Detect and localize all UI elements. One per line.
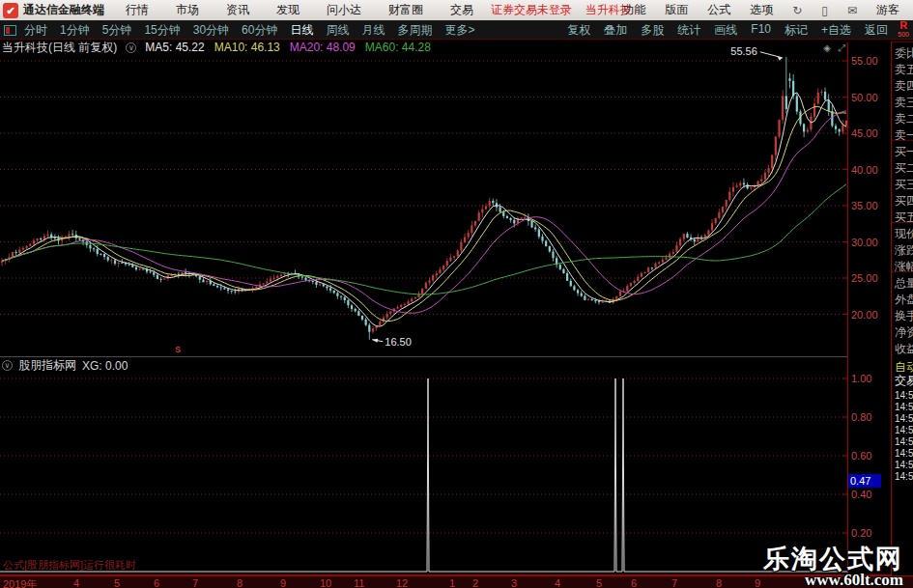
menu-options[interactable]: 选项 xyxy=(750,2,773,18)
sidebar-separator xyxy=(892,42,913,42)
ma-value-3: MA60: 44.28 xyxy=(365,41,431,54)
tool-多股[interactable]: 多股 xyxy=(641,22,664,39)
sidebar-row-卖五[interactable]: 卖五 xyxy=(895,62,913,78)
period-tabs: 分时1分钟5分钟15分钟30分钟60分钟日线周线月线多周期更多> xyxy=(24,22,487,39)
tool-统计[interactable]: 统计 xyxy=(677,22,700,39)
menu-交易[interactable]: 交易 xyxy=(450,2,473,18)
r500-badge[interactable]: R 500 xyxy=(898,21,909,39)
date-label-12: 12 xyxy=(396,577,408,588)
tick-time-row[interactable]: 14:56 xyxy=(895,448,913,459)
sidebar-row-卖一[interactable]: 卖一 xyxy=(895,127,913,144)
refresh-icon[interactable]: ↻ xyxy=(792,4,802,17)
sidebar-row-换手[interactable]: 换手 xyxy=(895,308,913,324)
tick-time-row[interactable]: 14:56 xyxy=(895,460,913,470)
period-tab-60分钟[interactable]: 60分钟 xyxy=(242,22,277,39)
tool-F10[interactable]: F10 xyxy=(751,22,771,39)
sidebar-row-净资[interactable]: 净资 xyxy=(895,324,913,341)
menu-问小达[interactable]: 问小达 xyxy=(327,2,361,18)
sidebar-row-卖四[interactable]: 卖四 xyxy=(895,78,913,95)
quote-sidebar[interactable]: 委比卖五卖四卖三卖二卖一买一买二买三买四买五现价涨跌涨幅总量外盘换手净资收益自动… xyxy=(891,42,913,575)
sidebar-row-买五[interactable]: 买五 xyxy=(895,210,913,226)
tool-复权[interactable]: 复权 xyxy=(567,22,590,39)
candlestick-chart-canvas[interactable]: 55.5616.50 xyxy=(0,0,913,588)
stock-title[interactable]: 当升科技(日线 前复权) xyxy=(2,40,117,56)
tick-time-row[interactable]: 14:56 xyxy=(895,425,913,435)
user-guest-label[interactable]: 游客 xyxy=(876,2,899,18)
tick-time-row[interactable]: 14:56 xyxy=(895,436,913,447)
tick-time-row[interactable]: 14:56 xyxy=(895,471,913,482)
ex-right-marker: S xyxy=(175,345,181,354)
period-tab-日线[interactable]: 日线 xyxy=(290,22,313,39)
tick-time-row[interactable]: 14:56 xyxy=(895,413,913,424)
price-tick-label: 20.00 xyxy=(851,309,878,321)
period-tab-月线[interactable]: 月线 xyxy=(361,22,385,39)
sidebar-row-外盘[interactable]: 外盘 xyxy=(895,292,913,308)
indicator-value: XG: 0.00 xyxy=(82,359,128,373)
login-status[interactable]: 证券交易未登录 xyxy=(491,2,572,18)
tool-标记[interactable]: 标记 xyxy=(785,22,808,39)
sidebar-auto-trade-button[interactable]: 交易 xyxy=(895,373,913,389)
indicator-tick-label: 0.80 xyxy=(851,411,871,423)
period-tab-更多>[interactable]: 更多> xyxy=(444,22,474,39)
period-tab-1分钟[interactable]: 1分钟 xyxy=(60,22,90,39)
watermark-url: www.60lt.com xyxy=(763,572,903,588)
sidebar-row-涨跌[interactable]: 涨跌 xyxy=(895,242,913,259)
sidebar-row-委比[interactable]: 委比 xyxy=(895,45,913,62)
period-tab-15分钟[interactable]: 15分钟 xyxy=(144,22,180,39)
sidebar-row-卖三[interactable]: 卖三 xyxy=(895,95,913,111)
app-logo-icon: ✔ xyxy=(3,3,18,18)
mail-icon[interactable]: ✉ xyxy=(847,4,857,17)
tool-+自选[interactable]: +自选 xyxy=(821,22,851,39)
indicator-name[interactable]: 股朋指标网 xyxy=(18,357,76,374)
date-label-1: 1 xyxy=(449,577,455,588)
watermark: 乐淘公式网 www.60lt.com xyxy=(763,546,903,588)
menu-bar: 行情市场资讯发现问小达财富圈交易 xyxy=(126,2,500,18)
tool-返回[interactable]: 返回 xyxy=(865,22,888,39)
collapse-chevron-icon[interactable]: ∨ xyxy=(2,360,13,371)
mobile-icon[interactable]: ▯ xyxy=(821,4,828,17)
sidebar-row-现价[interactable]: 现价 xyxy=(895,226,913,242)
date-label-3: 3 xyxy=(511,577,517,588)
menu-layout[interactable]: 版面 xyxy=(665,2,688,18)
sidebar-row-买四[interactable]: 买四 xyxy=(895,193,913,210)
tool-画线[interactable]: 画线 xyxy=(714,22,737,39)
r-badge-number: 500 xyxy=(898,30,909,39)
period-tab-周线[interactable]: 周线 xyxy=(326,22,349,39)
period-tab-30分钟[interactable]: 30分钟 xyxy=(193,22,229,39)
sidebar-row-买二[interactable]: 买二 xyxy=(895,160,913,177)
menu-function[interactable]: 功能 xyxy=(622,2,645,18)
price-tick-label: 25.00 xyxy=(851,272,878,284)
sidebar-separator xyxy=(892,140,913,141)
sidebar-row-收益[interactable]: 收益 xyxy=(895,341,913,357)
date-label-5: 5 xyxy=(596,577,602,588)
period-tab-多周期[interactable]: 多周期 xyxy=(397,22,432,39)
sidebar-row-买一[interactable]: 买一 xyxy=(895,144,913,160)
maximize-icon[interactable]: ⤢ xyxy=(838,42,845,54)
style-diamond-icon[interactable]: ◈ xyxy=(823,42,831,54)
indicator-tick-label: 1.00 xyxy=(851,373,871,384)
chart-layout-icon[interactable] xyxy=(4,25,16,36)
date-label-8: 8 xyxy=(237,577,243,588)
collapse-chevron-icon[interactable]: ∨ xyxy=(126,42,136,53)
menu-发现[interactable]: 发现 xyxy=(276,2,300,18)
date-label-7: 7 xyxy=(671,577,677,588)
title-bar: ✔ 通达信金融终端 行情市场资讯发现问小达财富圈交易 证券交易未登录 当升科技 … xyxy=(0,0,913,21)
tool-叠加[interactable]: 叠加 xyxy=(604,22,627,39)
period-tab-分时[interactable]: 分时 xyxy=(24,22,47,39)
date-label-4: 4 xyxy=(555,577,560,588)
sidebar-row-买三[interactable]: 买三 xyxy=(895,177,913,193)
menu-资讯[interactable]: 资讯 xyxy=(226,2,249,18)
menu-市场[interactable]: 市场 xyxy=(176,2,199,18)
sidebar-row-涨幅[interactable]: 涨幅 xyxy=(895,259,913,275)
menu-formula[interactable]: 公式 xyxy=(707,2,730,18)
menu-财富圈[interactable]: 财富圈 xyxy=(388,2,423,18)
tick-time-row[interactable]: 14:56 xyxy=(895,390,913,401)
sidebar-row-总量[interactable]: 总量 xyxy=(895,275,913,292)
svg-text:55.56: 55.56 xyxy=(730,45,757,57)
tick-time-row[interactable]: 14:56 xyxy=(895,402,913,412)
sidebar-separator xyxy=(892,222,913,223)
period-tab-5分钟[interactable]: 5分钟 xyxy=(102,22,132,39)
menu-行情[interactable]: 行情 xyxy=(126,2,149,18)
pane-corner-icons: ◈⤢ xyxy=(823,42,845,54)
sidebar-row-卖二[interactable]: 卖二 xyxy=(895,111,913,127)
